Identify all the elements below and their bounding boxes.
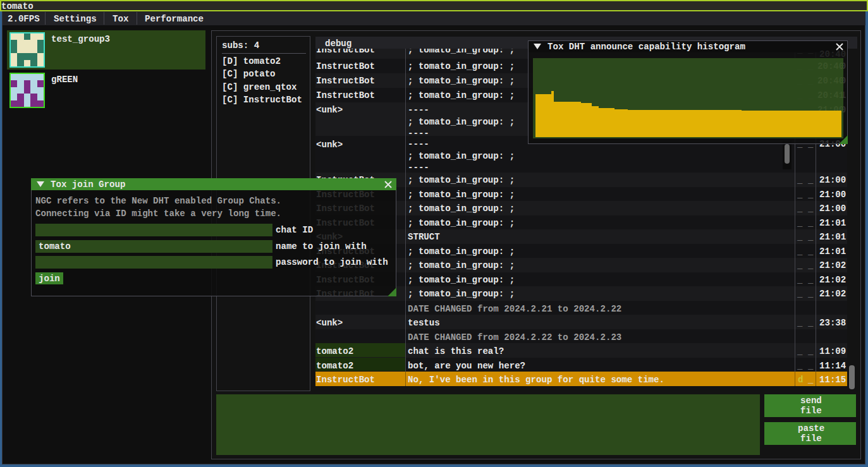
svg-text:20:41: 20:41 — [817, 90, 843, 100]
svg-text:_ _: _ _ — [797, 76, 814, 86]
svg-text:20:40: 20:40 — [817, 61, 843, 71]
svg-text:20:40: 20:40 — [817, 76, 843, 86]
svg-text:_ _: _ _ — [797, 90, 814, 100]
svg-text:_ _: _ _ — [797, 61, 814, 71]
